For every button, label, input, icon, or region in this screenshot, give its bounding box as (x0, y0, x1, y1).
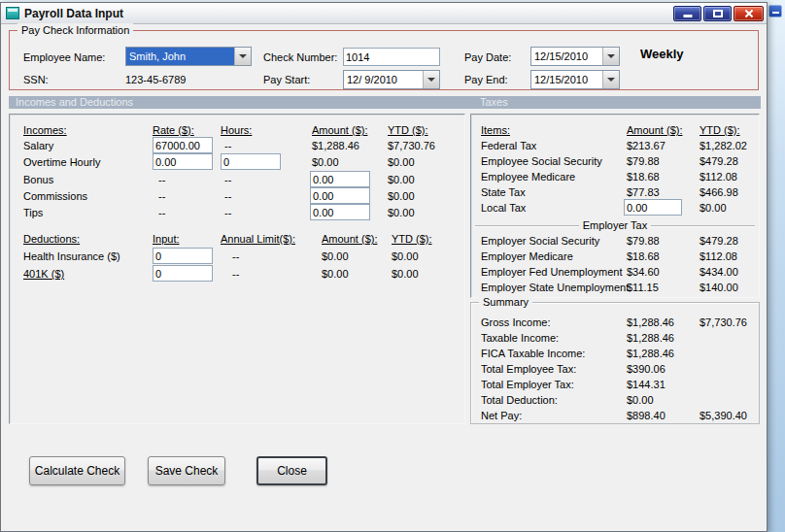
close-window-button[interactable] (734, 6, 764, 21)
salary-rate-input[interactable] (153, 137, 213, 153)
local-tax-input[interactable] (624, 199, 682, 216)
titlebar[interactable]: Payroll Data Input (1, 3, 767, 24)
calculate-check-button[interactable]: Calculate Check (29, 456, 125, 485)
tax-row-state: State Tax $77.83 $466.98 (471, 185, 759, 202)
summary-row-gross: Gross Income: $1,288.46 $7,730.76 (471, 316, 759, 332)
input-header: Input: (153, 232, 180, 246)
employer-fed-unemp-ytd: $434.00 (700, 265, 738, 279)
employer-medicare-amount: $18.68 (627, 249, 660, 263)
employer-ss-amount: $79.88 (627, 234, 660, 248)
employee-name-select[interactable]: Smith, John (125, 47, 252, 66)
summary-caption: Summary (479, 295, 532, 309)
bonus-amount-input[interactable] (310, 171, 370, 187)
k401-link[interactable]: 401K ($) (23, 267, 64, 281)
ded-ytd-header: YTD ($): (392, 232, 432, 246)
pay-start-select[interactable]: 12/ 9/2010 (343, 70, 440, 89)
health-insurance-input[interactable] (153, 248, 213, 264)
employer-ss-label: Employer Social Security (481, 234, 599, 248)
health-amount: $0.00 (322, 249, 349, 263)
pay-start-value: 12/ 9/2010 (344, 71, 423, 88)
tax-row-employer-ss: Employer Social Security $79.88 $479.28 (471, 234, 759, 250)
close-button[interactable]: Close (256, 456, 327, 485)
taxes-band-label: Taxes (480, 96, 508, 109)
background-window-minimize-button[interactable] (768, 5, 782, 17)
bonus-hours: -- (224, 173, 231, 186)
rate-header: Rate ($): (153, 123, 194, 137)
overtime-hours-input[interactable] (221, 153, 281, 170)
employee-medicare-ytd: $112.08 (700, 170, 737, 183)
employer-fed-unemp-label: Employer Fed Unemployment (481, 265, 623, 279)
salary-ytd: $7,730.76 (388, 139, 435, 152)
check-number-input[interactable] (343, 48, 440, 66)
tax-row-employer-fed-unemp: Employer Fed Unemployment $34.60 $434.00 (471, 265, 759, 282)
payroll-data-input-window: Payroll Data Input Pay Check Information… (0, 2, 768, 532)
local-tax-ytd: $0.00 (700, 201, 727, 215)
summary-row-taxable: Taxable Income: $1,288.46 (471, 331, 759, 348)
employer-medicare-label: Employer Medicare (481, 249, 573, 263)
section-band: Incomes and Deductions Taxes (9, 96, 761, 109)
summary-row-net-pay: Net Pay: $898.40 $5,390.40 (471, 409, 759, 425)
tax-row-employer-medicare: Employer Medicare $18.68 $112.08 (471, 249, 759, 266)
pay-date-select[interactable]: 12/15/2010 (530, 47, 620, 66)
save-check-button[interactable]: Save Check (148, 456, 225, 485)
bonus-label: Bonus (23, 173, 53, 186)
maximize-button[interactable] (703, 6, 732, 21)
minimize-icon (683, 15, 692, 17)
window-title: Payroll Data Input (24, 7, 123, 20)
summary-row-fica: FICA Taxable Income: $1,288.46 (471, 347, 759, 363)
k401-input[interactable] (153, 265, 213, 282)
summary-group: Summary Gross Income: $1,288.46 $7,730.7… (470, 302, 760, 424)
k401-limit: -- (232, 267, 239, 281)
state-tax-ytd: $466.98 (700, 185, 738, 199)
app-icon (6, 7, 19, 19)
chevron-down-icon[interactable] (602, 48, 619, 65)
net-pay-ytd: $5,390.40 (700, 409, 747, 422)
employer-medicare-ytd: $112.08 (700, 249, 737, 263)
employer-state-unemp-ytd: $140.00 (700, 281, 738, 294)
employee-medicare-amount: $18.68 (627, 170, 660, 183)
chevron-down-icon[interactable] (423, 71, 439, 88)
pay-end-label: Pay End: (464, 73, 508, 86)
client-area: Pay Check Information Employee Name: Smi… (1, 24, 767, 532)
employer-state-unemp-amount: $11.15 (627, 281, 659, 294)
income-row-tips: Tips -- -- $0.00 (10, 206, 464, 222)
overtime-amount: $0.00 (312, 155, 339, 169)
pay-end-select[interactable]: 12/15/2010 (530, 70, 620, 89)
incomes-deductions-band-label: Incomes and Deductions (16, 96, 133, 109)
commissions-amount-input[interactable] (310, 187, 370, 204)
federal-tax-amount: $213.67 (627, 139, 666, 152)
tips-hours: -- (224, 206, 231, 219)
pay-date-label: Pay Date: (464, 50, 511, 64)
state-tax-amount: $77.83 (627, 185, 660, 199)
ssn-label: SSN: (23, 73, 49, 86)
tax-row-employee-ss: Employee Social Security $79.88 $479.28 (471, 154, 759, 171)
chevron-down-icon[interactable] (602, 71, 619, 88)
check-number-label: Check Number: (263, 50, 337, 64)
income-row-commissions: Commissions -- -- $0.00 (10, 189, 464, 206)
minimize-button[interactable] (673, 6, 701, 21)
commissions-ytd: $0.00 (388, 189, 415, 203)
health-ytd: $0.00 (392, 249, 419, 263)
taxes-panel: Items: Amount ($): YTD ($): Federal Tax … (470, 114, 760, 298)
deductions-header: Deductions: (23, 232, 80, 246)
bonus-ytd: $0.00 (388, 173, 415, 186)
tax-amount-header: Amount ($): (627, 123, 682, 137)
overtime-rate-input[interactable] (153, 153, 213, 170)
hours-header: Hours: (221, 123, 252, 137)
salary-hours: -- (224, 139, 231, 152)
federal-tax-ytd: $1,282.02 (700, 139, 747, 152)
incomes-deductions-panel: Incomes: Rate ($): Hours: Amount ($): YT… (9, 114, 465, 424)
summary-row-total-employer-tax: Total Employer Tax: $144.31 (471, 378, 759, 394)
gross-income-label: Gross Income: (481, 316, 551, 329)
ssn-value: 123-45-6789 (125, 73, 186, 86)
pay-frequency-label: Weekly (640, 48, 684, 61)
chevron-down-icon[interactable] (234, 48, 251, 65)
tips-amount-input[interactable] (310, 204, 370, 220)
net-pay-amount: $898.40 (627, 409, 666, 422)
employee-ss-amount: $79.88 (627, 154, 660, 168)
total-employee-tax-label: Total Employee Tax: (481, 362, 576, 376)
items-header: Items: (481, 123, 510, 137)
total-deduction-amount: $0.00 (627, 393, 654, 407)
employee-medicare-label: Employee Medicare (481, 170, 575, 183)
income-row-overtime: Overtime Hourly $0.00 $0.00 (10, 155, 464, 172)
